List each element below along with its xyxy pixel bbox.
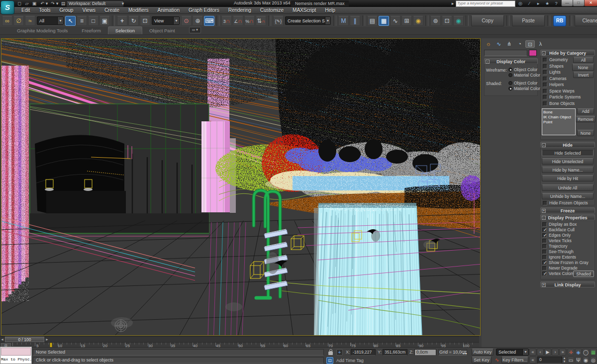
zoom-extents-icon[interactable]: ✛ <box>568 349 574 355</box>
select-and-rotate-icon[interactable]: ↻ <box>128 16 139 26</box>
tab-selection[interactable]: Selection <box>108 26 142 34</box>
wireframe-material-color-radio[interactable] <box>508 73 512 77</box>
redo-dropdown-icon[interactable]: ▾ <box>55 0 59 6</box>
search-field[interactable] <box>456 0 515 7</box>
ignore-extents-checkbox[interactable] <box>542 255 547 260</box>
show-frozen-in-gray-checkbox[interactable] <box>542 261 547 265</box>
select-object-icon[interactable]: ↖ <box>65 16 76 26</box>
list-item[interactable]: Point <box>543 120 574 125</box>
absolute-mode-transform-icon[interactable]: + <box>336 349 343 356</box>
project-folder-icon[interactable]: ▤ <box>60 0 67 6</box>
select-and-link-icon[interactable]: ∞ <box>2 16 12 26</box>
auto-key-button[interactable]: Auto Key <box>472 349 494 356</box>
category-remove-button[interactable]: Remove <box>576 116 596 122</box>
close-button[interactable]: ✕ <box>584 0 597 6</box>
hide-by-name-button[interactable]: Hide by Name... <box>542 167 594 173</box>
pan-hand-icon[interactable]: Ψ <box>575 357 582 363</box>
minimize-button[interactable]: — <box>561 0 573 6</box>
category-list-box[interactable]: Bone IK Chain Object Point <box>542 108 576 135</box>
object-color-swatch[interactable] <box>529 50 537 56</box>
orbit-subobject-icon[interactable]: ◉ <box>583 357 589 363</box>
viewport-canvas[interactable] <box>1 38 481 336</box>
paste-button[interactable]: Paste <box>512 15 545 26</box>
spinner-snap-icon[interactable]: ⇅∩ <box>256 16 266 26</box>
search-flyout-icon[interactable]: ▸ <box>451 0 455 6</box>
schematic-view-icon[interactable]: ⊞ <box>401 16 412 26</box>
use-pivot-center-icon[interactable]: ⊙ <box>181 16 192 26</box>
time-slider-handle[interactable]: 0 / 100 <box>5 337 44 342</box>
favorites-star-icon[interactable]: ★ <box>543 0 551 6</box>
ribbon-minimize-icon[interactable]: ▭ ▾ <box>189 27 201 33</box>
edges-only-label[interactable]: Edges Only <box>549 233 571 238</box>
menu-modifiers[interactable]: Modifiers <box>124 7 153 13</box>
shapes-label[interactable]: Shapes <box>549 64 564 69</box>
collapse-icon[interactable]: - <box>542 51 546 55</box>
menu-graph-editors[interactable]: Graph Editors <box>184 7 224 13</box>
rollout-hide[interactable]: - Hide <box>540 142 595 148</box>
unhide-by-name-button[interactable]: Unhide by Name... <box>542 193 594 199</box>
particle-systems-checkbox[interactable] <box>543 95 547 99</box>
mirror-icon[interactable]: M <box>338 16 349 26</box>
workspace-dropdown[interactable]: Workspace: Default <box>66 0 124 7</box>
unlink-selection-icon[interactable]: ∅ <box>13 16 24 26</box>
lights-checkbox[interactable] <box>543 70 547 75</box>
geometry-checkbox[interactable] <box>543 58 547 62</box>
rollout-hide-by-category[interactable]: - Hide by Category <box>540 50 595 56</box>
key-mode-dropdown[interactable]: Selected▼ <box>496 349 529 356</box>
display-as-box-label[interactable]: Display as Box <box>549 222 577 227</box>
material-editor-icon[interactable]: ◉ <box>413 16 423 26</box>
category-add-button[interactable]: Add <box>577 108 594 114</box>
cameras-label[interactable]: Cameras <box>549 76 566 81</box>
y-coordinate-field[interactable]: 351,663cm <box>383 349 407 356</box>
shapes-checkbox[interactable] <box>543 64 547 69</box>
wireframe-object-color-radio[interactable] <box>508 68 512 72</box>
workspace-flyout-icon[interactable]: ▾ <box>120 0 125 6</box>
keyboard-override-icon[interactable]: ⌨ <box>204 16 214 26</box>
see-through-checkbox[interactable] <box>542 250 547 254</box>
object-name-field[interactable] <box>484 50 527 56</box>
vertex-ticks-label[interactable]: Vertex Ticks <box>549 238 572 243</box>
category-invert-button[interactable]: Invert <box>573 72 594 78</box>
rb-script-button[interactable]: RB <box>553 15 566 26</box>
rectangular-selection-region-icon[interactable]: □ <box>88 16 99 26</box>
helpers-label[interactable]: Helpers <box>549 82 564 87</box>
named-selection-sets-dropdown[interactable]: Create Selection Se▼ <box>285 16 331 25</box>
category-all-button[interactable]: All <box>573 57 594 63</box>
bone-objects-checkbox[interactable] <box>543 101 547 106</box>
helpers-checkbox[interactable] <box>543 83 547 87</box>
play-button[interactable]: ▶ <box>544 349 551 356</box>
menu-animation[interactable]: Animation <box>153 7 184 13</box>
current-frame-field[interactable]: 0 <box>537 357 562 364</box>
zoom-icon[interactable]: ◎ <box>590 357 597 363</box>
menu-help[interactable]: Help <box>320 7 340 13</box>
backface-cull-label[interactable]: Backface Cull <box>549 227 575 232</box>
space-warps-checkbox[interactable] <box>543 89 547 93</box>
z-coordinate-field[interactable]: 0,0cm <box>414 349 436 356</box>
rollout-link-display[interactable]: + Link Display <box>540 281 595 287</box>
select-and-move-icon[interactable]: + <box>117 16 127 26</box>
macro-recorder-pane[interactable] <box>1 348 31 356</box>
previous-key-button[interactable]: « <box>529 357 536 364</box>
geometry-label[interactable]: Geometry <box>549 57 568 62</box>
save-file-icon[interactable]: ▣ <box>31 0 38 6</box>
list-item[interactable]: IK Chain Object <box>543 115 574 120</box>
previous-frame-button[interactable]: ‹ <box>537 349 544 356</box>
list-item[interactable]: Bone <box>543 110 574 115</box>
menu-group[interactable]: Group <box>55 7 78 13</box>
communicator-icon[interactable]: ⊡ <box>326 357 333 364</box>
x-coordinate-field[interactable]: -1819,227 <box>351 349 376 356</box>
shaded-button[interactable]: Shaded <box>573 271 594 277</box>
zoom-extents-all-icon[interactable]: ◈ <box>575 349 582 355</box>
bone-objects-label[interactable]: Bone Objects <box>549 101 575 106</box>
search-input[interactable] <box>456 1 514 5</box>
wireframe-material-color-label[interactable]: Material Color <box>514 73 540 78</box>
application-menu-logo[interactable]: S <box>0 0 14 14</box>
select-and-scale-icon[interactable]: ⊡ <box>140 16 150 26</box>
display-tab-icon[interactable]: ⊡ <box>525 40 535 48</box>
graphite-ribbon-toggle-icon[interactable]: ▦ <box>379 16 389 26</box>
wrench-icon[interactable]: ∕ <box>525 0 533 6</box>
copy-button[interactable]: Copy <box>471 15 504 26</box>
expand-icon[interactable]: + <box>542 283 546 287</box>
rollout-display-color[interactable]: - Display Color <box>484 58 538 64</box>
percent-snap-icon[interactable]: %∩ <box>244 16 255 26</box>
